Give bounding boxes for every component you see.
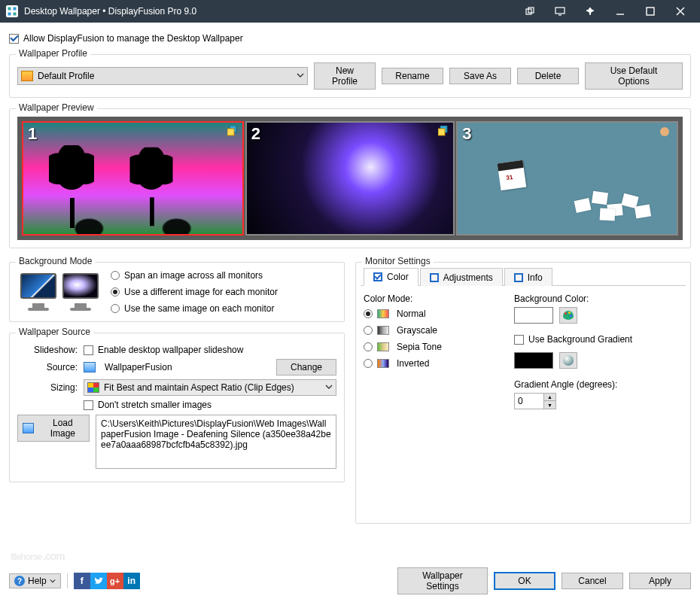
gradient-picker-button[interactable]: [559, 352, 577, 369]
tab-check-icon: [373, 272, 382, 281]
svg-rect-1: [13, 7, 17, 11]
monitor-number: 3: [462, 124, 471, 144]
svg-rect-13: [227, 129, 234, 135]
source-legend: Wallpaper Source: [16, 327, 93, 337]
profile-select[interactable]: Default Profile: [17, 67, 308, 85]
monitor-2[interactable]: 2: [245, 121, 455, 236]
chevron-down-icon: [325, 382, 333, 393]
footer: ? Help f g+ in Wallpaper Settings OK Can…: [9, 567, 691, 594]
load-image-button[interactable]: Load Image: [17, 415, 90, 442]
twitter-icon[interactable]: [90, 573, 107, 589]
svg-rect-6: [555, 8, 565, 14]
bgmode-diff-radio[interactable]: Use a different image for each monitor: [111, 287, 278, 297]
bgcolor-picker-button[interactable]: [559, 307, 577, 324]
bgcolor-label: Background Color:: [514, 293, 683, 304]
svg-rect-12: [230, 126, 236, 132]
profile-group: Wallpaper Profile Default Profile New Pr…: [9, 54, 691, 98]
no-stretch-checkbox[interactable]: Don't stretch smaller images: [84, 400, 212, 410]
close-icon[interactable]: [665, 0, 695, 23]
preview-area: 1 2 3: [17, 117, 683, 240]
rename-button[interactable]: Rename: [382, 68, 443, 84]
tab-info[interactable]: Info: [504, 268, 552, 286]
checkbox-icon: [9, 34, 19, 44]
sizing-icon: [87, 382, 99, 393]
colormode-inverted-radio[interactable]: Inverted: [364, 358, 492, 369]
monitor-settings-group: Monitor Settings Color Adjustments Info …: [355, 262, 691, 524]
gradient-angle-input[interactable]: [515, 394, 543, 409]
spin-up-icon[interactable]: ▲: [543, 394, 555, 401]
minimize-icon[interactable]: [605, 0, 635, 23]
saveas-button[interactable]: Save As: [449, 68, 511, 84]
titlebar: Desktop Wallpaper • DisplayFusion Pro 9.…: [0, 0, 700, 23]
titlebar-monitor-icon[interactable]: [545, 0, 575, 23]
svg-rect-9: [647, 8, 654, 15]
googleplus-icon[interactable]: g+: [107, 573, 123, 589]
inverted-icon: [377, 359, 389, 368]
use-gradient-checkbox[interactable]: Use Background Gradient: [514, 334, 632, 345]
chevron-down-icon: [297, 71, 304, 81]
radio-icon: [364, 342, 373, 351]
checkbox-icon: [84, 345, 93, 355]
cancel-button[interactable]: Cancel: [562, 573, 623, 589]
monitor-badge-icon: [438, 126, 449, 136]
colormode-sepia-radio[interactable]: Sepia Tone: [364, 342, 492, 352]
source-label: Source:: [17, 362, 84, 372]
titlebar-restore-alt-icon[interactable]: [515, 0, 545, 23]
monitor-3[interactable]: 3: [456, 121, 678, 236]
bgcolor-swatch[interactable]: [514, 307, 553, 324]
color-mode-label: Color Mode:: [364, 293, 492, 304]
colormode-normal-radio[interactable]: Normal: [364, 309, 492, 319]
titlebar-pin-icon[interactable]: [575, 0, 605, 23]
new-profile-button[interactable]: New Profile: [314, 62, 376, 90]
delete-button[interactable]: Delete: [517, 68, 579, 84]
help-button[interactable]: ? Help: [9, 573, 61, 588]
change-source-button[interactable]: Change: [276, 359, 336, 375]
source-provider: WallpaperFusion: [105, 362, 272, 372]
monitor-badge-icon: [227, 126, 238, 136]
tab-adjustments[interactable]: Adjustments: [420, 268, 503, 286]
radio-icon: [364, 326, 373, 335]
image-path-box[interactable]: C:\Users\Keith\Pictures\DisplayFusion\We…: [96, 415, 336, 469]
source-icon: [84, 362, 96, 372]
sphere-icon: [563, 355, 574, 366]
maximize-icon[interactable]: [635, 0, 665, 23]
window-title: Desktop Wallpaper • DisplayFusion Pro 9.…: [24, 6, 515, 17]
bgmode-span-radio[interactable]: Span an image across all monitors: [111, 270, 278, 281]
apply-button[interactable]: Apply: [629, 573, 691, 589]
profile-selected: Default Profile: [38, 71, 94, 81]
bgmode-same-radio[interactable]: Use the same image on each monitor: [111, 303, 278, 314]
monitor-settings-tabs: Color Adjustments Info: [361, 267, 686, 286]
bgmode-illustration: [17, 273, 102, 311]
monitor-settings-legend: Monitor Settings: [362, 256, 434, 266]
monitor-number: 1: [28, 124, 37, 144]
profile-legend: Wallpaper Profile: [16, 48, 90, 59]
radio-icon: [364, 309, 373, 318]
profile-icon: [21, 71, 33, 81]
colormode-grayscale-radio[interactable]: Grayscale: [364, 325, 492, 336]
chevron-down-icon: [50, 578, 56, 584]
sizing-label: Sizing:: [17, 382, 84, 393]
monitor-number: 2: [251, 124, 260, 144]
source-group: Wallpaper Source Slideshow: Enable deskt…: [9, 333, 345, 482]
svg-rect-2: [8, 12, 11, 16]
svg-rect-3: [13, 12, 17, 16]
ok-button[interactable]: OK: [494, 572, 555, 590]
spin-down-icon[interactable]: ▼: [543, 401, 555, 409]
social-buttons: f g+ in: [74, 573, 140, 589]
slideshow-label: Slideshow:: [17, 345, 84, 355]
use-defaults-button[interactable]: Use Default Options: [585, 62, 683, 90]
preview-group: Wallpaper Preview 1 2: [9, 108, 691, 248]
facebook-icon[interactable]: f: [74, 573, 90, 589]
linkedin-icon[interactable]: in: [123, 573, 140, 589]
wallpaper-settings-button[interactable]: Wallpaper Settings: [397, 567, 488, 594]
tab-check-icon: [430, 273, 439, 282]
preview-legend: Wallpaper Preview: [16, 102, 97, 113]
allow-manage-checkbox[interactable]: Allow DisplayFusion to manage the Deskto…: [9, 33, 243, 44]
gradient-angle-spinner[interactable]: ▲▼: [514, 393, 556, 409]
monitor-1[interactable]: 1: [22, 121, 244, 236]
gradient-swatch[interactable]: [514, 352, 553, 369]
tab-color[interactable]: Color: [364, 268, 418, 286]
slideshow-checkbox[interactable]: Enable desktop wallpaper slideshow: [84, 345, 243, 355]
gradient-angle-label: Gradient Angle (degrees):: [514, 379, 683, 390]
sizing-select[interactable]: Fit Best and maintain Aspect Ratio (Clip…: [84, 379, 336, 396]
